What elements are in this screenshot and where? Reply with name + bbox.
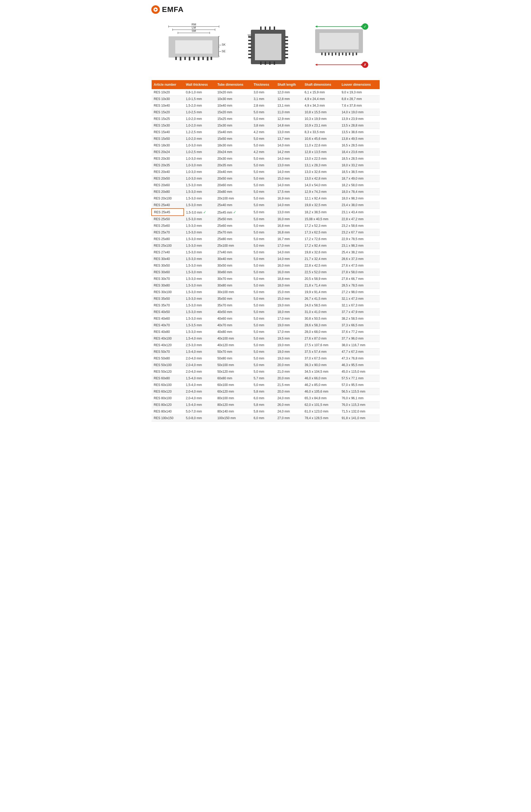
- table-row: RES 27x401,5-3,0 mm27x40 mm5,0 mm14,0 mm…: [152, 249, 380, 256]
- svg-rect-21: [180, 57, 181, 60]
- table-row: RES 20x241,0-2,5 mm20x24 mm4,2 mm14,2 mm…: [152, 149, 380, 156]
- table-row: RES 80x1002,0-4,0 mm80x100 mm6,0 mm24,0 …: [152, 395, 380, 402]
- col-louver: Louver dimensions: [339, 80, 380, 89]
- svg-rect-56: [260, 61, 262, 65]
- logo-icon: [151, 5, 160, 14]
- table-row: RES 35x701,5-3,0 mm35x70 mm5,0 mm19,0 mm…: [152, 302, 380, 309]
- logo-text: EMFA: [162, 5, 184, 14]
- svg-rect-37: [255, 34, 281, 60]
- table-row: RES 40x1001,5-4,0 mm40x100 mm5,0 mm19,5 …: [152, 335, 380, 342]
- diagrams-section: RM LM SM SK SE: [151, 19, 380, 72]
- svg-rect-24: [193, 57, 195, 60]
- table-row: RES 40x601,5-3,0 mm40x60 mm5,0 mm17,0 mm…: [152, 315, 380, 322]
- svg-rect-46: [285, 40, 288, 41]
- svg-rect-26: [202, 57, 204, 60]
- svg-rect-41: [248, 47, 251, 48]
- table-row: RES 25x451,5-3,0 mm ✓25x45 mm ✓5,0 mm13,…: [152, 208, 380, 216]
- svg-rect-71: [335, 53, 336, 55]
- svg-rect-45: [285, 37, 288, 38]
- table-row: RES 50x1202,0-4,0 mm50x120 mm5,0 mm21,0 …: [152, 368, 380, 375]
- table-row: RES 35x501,5-3,0 mm35x50 mm5,0 mm15,0 mm…: [152, 295, 380, 302]
- table-row: RES 25x701,5-3,0 mm25x70 mm5,0 mm16,8 mm…: [152, 229, 380, 236]
- table-row: RES 30x701,5-3,0 mm30x70 mm5,0 mm18,8 mm…: [152, 276, 380, 282]
- diagram-correct-incorrect: ✓ ✗: [309, 22, 371, 70]
- svg-text:LM: LM: [192, 26, 196, 29]
- table-row: RES 25x1001,5-3,0 mm25x100 mm5,0 mm17,0 …: [152, 243, 380, 249]
- table-row: RES 30x601,5-3,0 mm30x60 mm5,0 mm16,0 mm…: [152, 269, 380, 276]
- table-header-row: Article number Wall thickness Tube dimen…: [152, 80, 380, 89]
- table-row: RES 50x701,5-4,0 mm50x70 mm5,0 mm19,0 mm…: [152, 349, 380, 355]
- table-row: RES 20x801,5-3,0 mm20x80 mm5,0 mm17,5 mm…: [152, 189, 380, 195]
- svg-rect-38: [248, 37, 251, 38]
- svg-rect-77: [356, 53, 357, 55]
- table-row: RES 80x1201,5-4,0 mm80x120 mm5,8 mm26,0 …: [152, 402, 380, 408]
- table-row: RES 60x1001,5-4,0 mm60x100 mm5,0 mm21,5 …: [152, 382, 380, 388]
- svg-rect-50: [285, 54, 288, 55]
- svg-rect-74: [346, 53, 347, 56]
- svg-rect-25: [198, 57, 199, 60]
- svg-rect-47: [285, 43, 288, 45]
- svg-rect-48: [285, 47, 288, 48]
- svg-rect-28: [211, 57, 212, 60]
- table-row: RES 20x351,0-3,0 mm20x35 mm5,0 mm13,0 mm…: [152, 162, 380, 169]
- table-row: RES 50x1002,0-4,0 mm50x100 mm5,0 mm20,0 …: [152, 362, 380, 368]
- svg-rect-44: [248, 57, 251, 58]
- svg-rect-19: [175, 40, 212, 54]
- header: EMFA: [151, 5, 380, 14]
- table-row: RES 20x1001,5-3,0 mm20x100 mm5,0 mm16,9 …: [152, 195, 380, 202]
- svg-text:SE: SE: [222, 49, 226, 53]
- product-table: Article number Wall thickness Tube dimen…: [151, 80, 380, 421]
- table-row: RES 40x701,5-3,5 mm40x70 mm5,0 mm19,0 mm…: [152, 322, 380, 329]
- table-row: RES 80x1405,0-7,0 mm80x140 mm5,8 mm24,0 …: [152, 408, 380, 415]
- svg-rect-55: [274, 27, 275, 30]
- table-row: RES 10x200,8-1,0 mm10x20 mm3,0 mm12,0 mm…: [152, 89, 380, 96]
- table-row: RES 15x301,0-2,0 mm15x30 mm3,8 mm14,8 mm…: [152, 122, 380, 129]
- table-row: RES 20x401,0-3,0 mm20x40 mm5,0 mm14,0 mm…: [152, 169, 380, 175]
- svg-rect-67: [321, 53, 323, 55]
- svg-text:SK: SK: [222, 43, 226, 46]
- svg-rect-51: [285, 57, 288, 58]
- svg-text:SM: SM: [192, 29, 196, 32]
- table-row: RES 30x401,5-3,0 mm30x40 mm5,0 mm14,0 mm…: [152, 256, 380, 262]
- svg-rect-59: [274, 61, 275, 65]
- svg-text:✓: ✓: [363, 25, 367, 29]
- svg-text:RM: RM: [192, 23, 196, 26]
- svg-rect-68: [325, 53, 326, 56]
- table-row: RES 25x801,5-3,0 mm25x80 mm5,0 mm16,7 mm…: [152, 236, 380, 243]
- svg-rect-22: [184, 57, 186, 60]
- table-row: RES 15x201,0-2,5 mm15x20 mm5,0 mm11,0 mm…: [152, 109, 380, 116]
- table-row: RES 50x802,0-4,0 mm50x80 mm5,0 mm19,0 mm…: [152, 355, 380, 362]
- svg-rect-75: [349, 53, 350, 55]
- svg-rect-40: [248, 43, 251, 45]
- svg-rect-66: [319, 33, 359, 49]
- table-row: RES 10x301,0-1,5 mm10x30 mm3,1 mm12,8 mm…: [152, 96, 380, 102]
- col-article: Article number: [152, 80, 184, 89]
- svg-rect-58: [269, 61, 270, 65]
- svg-rect-76: [352, 53, 354, 56]
- svg-text:✗: ✗: [363, 62, 367, 67]
- svg-marker-79: [315, 64, 317, 66]
- svg-rect-27: [207, 57, 208, 60]
- svg-rect-72: [338, 53, 340, 56]
- table-row: RES 25x401,5-3,0 mm25x40 mm5,0 mm14,0 mm…: [152, 202, 380, 209]
- svg-rect-53: [265, 27, 266, 30]
- logo: EMFA: [151, 5, 184, 14]
- col-thickness: Thickness: [251, 80, 275, 89]
- table-row: RES 60x801,5-4,0 mm60x80 mm5,7 mm20,0 mm…: [152, 375, 380, 382]
- table-row: RES 10x401,5-2,0 mm10x40 mm2,8 mm13,1 mm…: [152, 102, 380, 109]
- svg-rect-52: [260, 27, 262, 30]
- table-row: RES 40x501,5-3,0 mm40x50 mm5,0 mm18,0 mm…: [152, 309, 380, 315]
- table-row: RES 20x501,0-3,0 mm20x50 mm5,0 mm15,0 mm…: [152, 175, 380, 182]
- svg-rect-49: [285, 50, 288, 52]
- svg-rect-57: [265, 61, 266, 65]
- table-row: RES 25x501,5-3,0 mm25x50 mm5,0 mm16,0 mm…: [152, 216, 380, 222]
- col-wall: Wall thickness: [184, 80, 215, 89]
- table-row: RES 15x501,0-2,0 mm15x50 mm5,0 mm13,7 mm…: [152, 135, 380, 142]
- svg-rect-70: [332, 53, 333, 56]
- table-row: RES 100x1505,0-8,0 mm100x150 mm6,0 mm27,…: [152, 415, 380, 421]
- svg-rect-73: [342, 53, 343, 55]
- diagram-side-view: RM LM SM SK SE: [160, 22, 227, 70]
- table-row: RES 15x401,2-2,5 mm15x40 mm4,2 mm13,0 mm…: [152, 129, 380, 135]
- svg-marker-61: [315, 26, 317, 28]
- table-row: RES 30x501,5-3,0 mm30x50 mm5,0 mm16,0 mm…: [152, 262, 380, 269]
